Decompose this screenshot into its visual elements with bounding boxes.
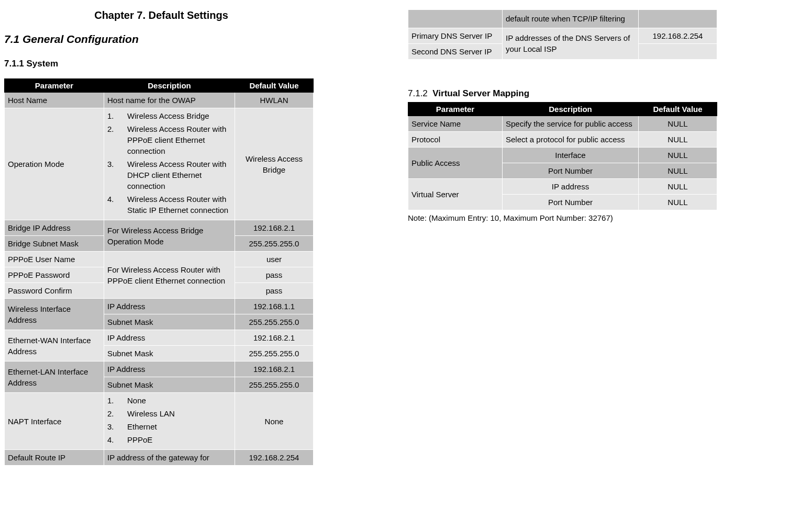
row-host-name: Host Name Host name for the OWAP HWLAN — [5, 93, 314, 108]
cell: Subnet Mask — [104, 377, 235, 393]
cell: NULL — [639, 131, 717, 147]
cell: 192.168.2.1 — [235, 330, 314, 346]
cell: 192.168.2.1 — [235, 220, 314, 236]
txt: Wireless Access Router with DHCP client … — [127, 159, 231, 191]
napt-list: 1.None 2.Wireless LAN 3.Ethernet 4.PPPoE — [107, 395, 231, 445]
cell: IP Address — [104, 330, 235, 346]
num: 3. — [107, 421, 127, 432]
cell: None — [235, 393, 314, 450]
col-description: Description — [503, 102, 639, 116]
cell: Protocol — [408, 131, 503, 147]
list-item: 3.Ethernet — [107, 421, 231, 432]
system-table: Parameter Description Default Value Host… — [4, 78, 314, 466]
section-heading-7-1: 7.1 General Configuration — [4, 33, 314, 46]
col-parameter: Parameter — [5, 79, 104, 93]
cell: Primary DNS Server IP — [408, 28, 503, 43]
row-operation-mode: Operation Mode 1.Wireless Access Bridge … — [5, 108, 314, 220]
operation-mode-list: 1.Wireless Access Bridge 2.Wireless Acce… — [107, 110, 231, 216]
cell-empty — [639, 10, 717, 28]
txt: Ethernet — [127, 421, 157, 432]
cell: Subnet Mask — [104, 346, 235, 361]
cell: PPPoE User Name — [5, 252, 104, 267]
cell: default route when TCP/IP filtering — [503, 10, 639, 28]
txt: None — [127, 395, 146, 406]
cell: 192.168.2.254 — [639, 28, 717, 43]
cell: HWLAN — [235, 93, 314, 108]
cell: user — [235, 252, 314, 267]
cell: 192.168.1.1 — [235, 299, 314, 314]
row-protocol: Protocol Select a protocol for public ac… — [408, 131, 717, 147]
cell: For Wireless Access Bridge Operation Mod… — [104, 220, 235, 252]
list-item: 2.Wireless LAN — [107, 408, 231, 419]
cell: NULL — [639, 163, 717, 178]
num: 2. — [107, 123, 127, 156]
cell: Wireless Access Bridge — [235, 108, 314, 220]
cell: Ethernet-LAN Interface Address — [5, 361, 104, 393]
col-default-value: Default Value — [639, 102, 717, 116]
cell: Virtual Server — [408, 178, 503, 210]
row-pppoe-user: PPPoE User Name For Wireless Access Rout… — [5, 252, 314, 267]
cell: Interface — [503, 147, 639, 163]
cell: NULL — [639, 194, 717, 210]
cell: For Wireless Access Router with PPPoE cl… — [104, 252, 235, 299]
num: 1. — [107, 395, 127, 406]
table-header-row: Parameter Description Default Value — [408, 102, 717, 116]
row-bridge-ip: Bridge IP Address For Wireless Access Br… — [5, 220, 314, 236]
row-napt: NAPT Interface 1.None 2.Wireless LAN 3.E… — [5, 393, 314, 450]
cell: IP address of the gateway for — [104, 450, 235, 466]
cell: NAPT Interface — [5, 393, 104, 450]
subsection-heading-7-1-2: 7.1.2 Virtual Server Mapping — [408, 88, 717, 99]
cell: Host Name — [5, 93, 104, 108]
cell: 192.168.2.1 — [235, 361, 314, 377]
cell: Wireless Interface Address — [5, 299, 104, 330]
txt: Wireless Access Bridge — [127, 110, 209, 121]
two-column-layout: Chapter 7. Default Settings 7.1 General … — [4, 9, 808, 466]
num: 4. — [107, 434, 127, 445]
list-item: 4.Wireless Access Router with Static IP … — [107, 194, 231, 216]
right-column: default route when TCP/IP filtering Prim… — [408, 9, 717, 466]
cell: pass — [235, 283, 314, 299]
left-column: Chapter 7. Default Settings 7.1 General … — [4, 9, 314, 466]
cell: PPPoE Password — [5, 267, 104, 283]
cell: Service Name — [408, 116, 503, 131]
chapter-title: Chapter 7. Default Settings — [77, 9, 245, 21]
cell: Public Access — [408, 147, 503, 178]
cell: 1.None 2.Wireless LAN 3.Ethernet 4.PPPoE — [104, 393, 235, 450]
system-table-continued: default route when TCP/IP filtering Prim… — [408, 9, 717, 60]
cell: Select a protocol for public access — [503, 131, 639, 147]
cell: Host name for the OWAP — [104, 93, 235, 108]
row-default-route: Default Route IP IP address of the gatew… — [5, 450, 314, 466]
cell: 255.255.255.0 — [235, 314, 314, 330]
cell: Ethernet-WAN Interface Address — [5, 330, 104, 361]
cell: IP Address — [104, 299, 235, 314]
subsection-heading-7-1-1: 7.1.1 System — [4, 59, 314, 69]
row-service-name: Service Name Specify the service for pub… — [408, 116, 717, 131]
cell: NULL — [639, 147, 717, 163]
cell: 192.168.2.254 — [235, 450, 314, 466]
note-text: Note: (Maximum Entry: 10, Maximum Port N… — [408, 213, 717, 222]
row-virtual-server-ip: Virtual Server IP address NULL — [408, 178, 717, 194]
list-item: 2.Wireless Access Router with PPPoE clie… — [107, 123, 231, 156]
col-parameter: Parameter — [408, 102, 503, 116]
row-primary-dns: Primary DNS Server IP IP addresses of th… — [408, 28, 717, 43]
cell: Password Confirm — [5, 283, 104, 299]
cell: NULL — [639, 178, 717, 194]
list-item: 3.Wireless Access Router with DHCP clien… — [107, 159, 231, 191]
row-wireless-if-ip: Wireless Interface Address IP Address 19… — [5, 299, 314, 314]
txt: Wireless Access Router with PPPoE client… — [127, 123, 231, 156]
num: 2. — [107, 408, 127, 419]
row-ewan-ip: Ethernet-WAN Interface Address IP Addres… — [5, 330, 314, 346]
num: 4. — [107, 194, 127, 216]
list-item: 1.None — [107, 395, 231, 406]
cell: Operation Mode — [5, 108, 104, 220]
col-default-value: Default Value — [235, 79, 314, 93]
txt: PPPoE — [127, 434, 152, 445]
table-header-row: Parameter Description Default Value — [5, 79, 314, 93]
col-description: Description — [104, 79, 235, 93]
txt: Wireless Access Router with Static IP Et… — [127, 194, 231, 216]
cell: IP Address — [104, 361, 235, 377]
cell: 1.Wireless Access Bridge 2.Wireless Acce… — [104, 108, 235, 220]
cell-empty — [408, 10, 503, 28]
cell: Second DNS Server IP — [408, 43, 503, 59]
cell: NULL — [639, 116, 717, 131]
